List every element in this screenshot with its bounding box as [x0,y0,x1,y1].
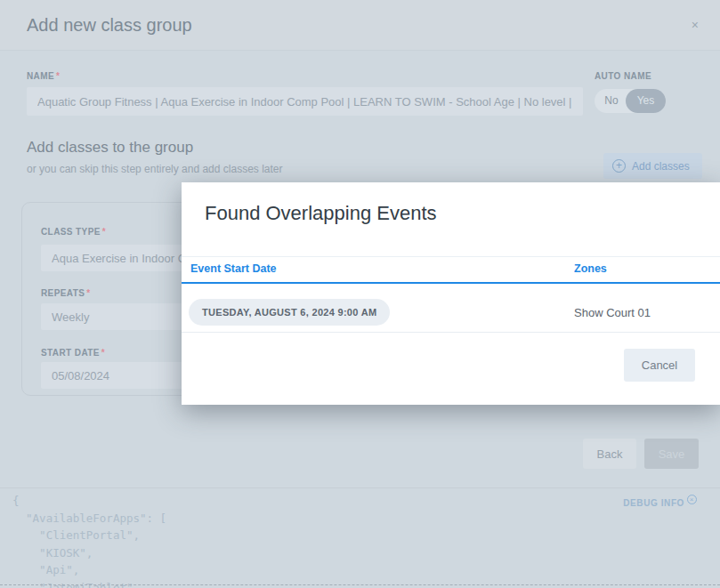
start-date-label: START DATE* [41,348,105,358]
required-asterisk: * [102,227,106,237]
auto-name-label: AUTO NAME [595,71,651,81]
modal-title-divider [182,256,720,257]
required-asterisk: * [56,71,60,81]
add-classes-button[interactable]: + Add classes [603,153,702,179]
column-header-event-start-date: Event Start Date [190,262,277,275]
modal-title: Found Overlapping Events [205,202,437,225]
event-start-date-badge: TUESDAY, AUGUST 6, 2024 9:00 AM [189,299,390,326]
table-row-divider [182,332,720,333]
add-classes-label: Add classes [632,160,690,173]
screen: Add new class group × NAME* AUTO NAME No… [0,0,720,588]
table-header-underline [182,282,720,284]
toggle-no-option[interactable]: No [595,89,628,113]
debug-json-block: { "AvailableForApps": [ "ClientPortal", … [12,492,720,588]
name-input[interactable] [27,87,583,116]
toggle-yes-option[interactable]: Yes [626,89,666,113]
column-header-zones: Zones [574,262,607,275]
cancel-button[interactable]: Cancel [624,349,695,382]
class-type-label: CLASS TYPE* [41,227,106,237]
back-button[interactable]: Back [583,439,636,469]
debug-info-label: DEBUG INFO× [623,498,697,509]
required-asterisk: * [101,348,105,358]
overlapping-events-modal: Found Overlapping Events Event Start Dat… [182,182,720,405]
dialog-header: Add new class group × [0,0,720,51]
debug-panel-divider [0,487,720,488]
section-title: Add classes to the group [27,139,193,157]
auto-name-toggle[interactable]: No Yes [595,89,666,113]
zones-cell: Show Court 01 [574,306,651,319]
close-icon[interactable]: × [692,19,699,31]
save-button[interactable]: Save [644,439,699,469]
name-label: NAME* [27,71,60,81]
repeats-label: REPEATS* [41,288,91,298]
section-subtitle: or you can skip this step entirely and a… [27,163,282,175]
page-title: Add new class group [27,15,192,36]
debug-panel-bottom-border [0,584,720,585]
required-asterisk: * [86,288,90,298]
debug-close-icon[interactable]: × [687,495,697,504]
plus-circle-icon: + [612,159,626,173]
